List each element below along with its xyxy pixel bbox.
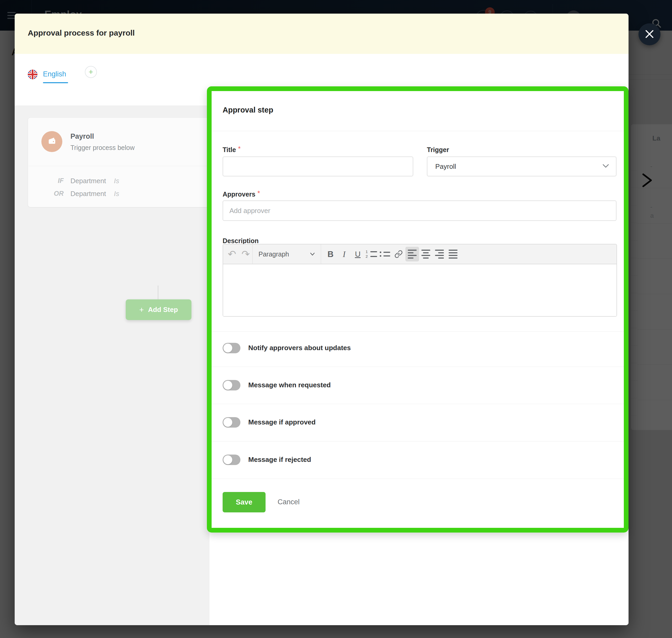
divider — [212, 367, 624, 367]
add-step-label: Add Step — [148, 306, 178, 314]
chevron-down-icon — [310, 252, 315, 256]
save-button[interactable]: Save — [223, 492, 265, 513]
link-icon[interactable] — [392, 247, 405, 262]
divider — [212, 331, 624, 332]
approvers-input[interactable] — [223, 200, 617, 221]
trigger-card[interactable]: Payroll Trigger process below IF Departm… — [28, 117, 211, 207]
add-language-button[interactable]: + — [85, 66, 97, 78]
toggle-label: Message when requested — [248, 381, 331, 389]
cancel-button[interactable]: Cancel — [278, 498, 300, 506]
align-center-icon[interactable] — [419, 247, 433, 262]
divider — [212, 479, 624, 479]
approval-step-panel: Approval step Title* Trigger Payroll App… — [207, 86, 628, 533]
condition-prefix: OR — [28, 190, 64, 197]
divider — [212, 131, 624, 131]
toggle-label: Notify approvers about updates — [248, 344, 351, 352]
description-textarea[interactable] — [223, 264, 617, 317]
notify-approvers-toggle[interactable] — [223, 343, 241, 353]
plus-icon: + — [139, 305, 144, 314]
bold-icon[interactable]: B — [324, 247, 337, 262]
condition-operator: Is — [114, 190, 119, 198]
required-asterisk: * — [258, 189, 260, 197]
process-canvas: Payroll Trigger process below IF Departm… — [15, 105, 210, 625]
panel-heading: Approval step — [223, 106, 273, 114]
trigger-select[interactable]: Payroll — [427, 156, 617, 177]
redo-icon[interactable]: ↷ — [239, 247, 252, 262]
italic-icon[interactable]: I — [337, 247, 351, 262]
message-when-requested-toggle[interactable] — [223, 380, 241, 390]
condition-prefix: IF — [28, 177, 64, 184]
close-button[interactable] — [638, 23, 660, 45]
add-step-button[interactable]: + Add Step — [126, 299, 192, 320]
screen: Employ 9 Approval La - - a — [0, 0, 672, 638]
condition-field: Department — [70, 177, 106, 185]
bullet-list-icon[interactable] — [378, 247, 392, 262]
title-label: Title* — [223, 146, 241, 154]
trigger-label: Trigger — [427, 146, 449, 154]
payroll-trigger-circle — [42, 131, 62, 152]
align-left-icon[interactable] — [405, 247, 419, 262]
rich-text-toolbar: ↶ ↷ Paragraph B I U 1 2 — [223, 245, 617, 264]
toggle-label: Message if approved — [248, 418, 315, 426]
flow-connector-line — [158, 286, 159, 299]
description-editor: ↶ ↷ Paragraph B I U 1 2 — [223, 244, 617, 317]
close-icon — [644, 29, 654, 40]
undo-icon[interactable]: ↶ — [225, 247, 239, 262]
toolbar-divider — [321, 244, 321, 264]
approvers-label: Approvers* — [223, 190, 260, 198]
uk-flag-icon — [28, 70, 37, 79]
required-asterisk: * — [238, 145, 241, 152]
underline-icon[interactable]: U — [351, 247, 364, 262]
message-if-approved-toggle[interactable] — [223, 417, 241, 427]
tab-language-english[interactable]: English — [43, 70, 66, 78]
title-input[interactable] — [223, 156, 413, 177]
description-label: Description — [223, 237, 259, 245]
trigger-selected-value: Payroll — [435, 163, 456, 171]
condition-field: Department — [70, 190, 106, 198]
active-tab-indicator — [43, 82, 68, 83]
wallet-icon — [47, 136, 57, 147]
divider — [212, 441, 624, 441]
condition-operator: Is — [114, 177, 119, 185]
chevron-down-icon — [602, 164, 609, 169]
trigger-card-title: Payroll — [70, 132, 94, 140]
toggle-label: Message if rejected — [248, 456, 311, 464]
condition-row: OR Department Is — [28, 190, 211, 199]
paragraph-style-dropdown[interactable]: Paragraph — [253, 247, 321, 262]
divider — [212, 404, 624, 404]
align-right-icon[interactable] — [433, 247, 446, 262]
trigger-card-subtitle: Trigger process below — [70, 144, 135, 152]
divider — [28, 166, 211, 166]
modal-header: Approval process for payroll — [15, 14, 628, 54]
ordered-list-icon[interactable]: 1 2 — [364, 247, 378, 262]
modal-title: Approval process for payroll — [28, 29, 135, 37]
message-if-rejected-toggle[interactable] — [223, 455, 241, 465]
align-justify-icon[interactable] — [446, 247, 460, 262]
condition-row: IF Department Is — [28, 177, 211, 186]
